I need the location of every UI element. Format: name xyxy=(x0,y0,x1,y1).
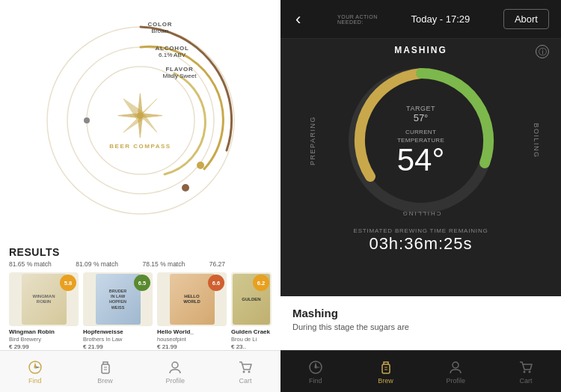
nav-brew-label-left: Brew xyxy=(97,377,113,385)
match-row: 81.65 % match 81.09 % match 78.15 % matc… xyxy=(9,260,272,268)
estimated-label: ESTIMATED BREWING TIME REMAINING xyxy=(354,227,488,234)
bottom-nav-right: Find Brew Profile xyxy=(280,350,561,392)
svg-point-30 xyxy=(314,366,316,368)
info-card-text: During this stage the sugars are xyxy=(292,322,549,333)
nav-cart-right[interactable]: Cart xyxy=(491,351,561,392)
match-item-2: 81.09 % match xyxy=(76,260,138,268)
match-item-4: 76.27 xyxy=(209,260,272,268)
svg-point-14 xyxy=(138,112,144,118)
nav-brew-right[interactable]: Brew xyxy=(351,351,421,392)
nav-profile-label-left: Profile xyxy=(166,377,186,385)
svg-point-24 xyxy=(248,370,251,373)
action-needed-label: YOUR ACTION NEEDED: xyxy=(337,14,378,25)
back-button[interactable]: ‹ xyxy=(292,7,304,32)
beer-name-2: Hopfenweisse xyxy=(83,328,153,336)
nav-find-label-right: Find xyxy=(309,377,322,385)
nav-profile-label-right: Profile xyxy=(447,377,466,385)
compass-star-icon xyxy=(116,91,165,140)
beer-name-1: Wingman Robin xyxy=(9,328,79,336)
gauge-container: CHILLING TARGET 57° CURRENT TEMPERATURE … xyxy=(339,58,503,223)
cart-icon-left xyxy=(237,359,254,376)
info-card-title: Mashing xyxy=(292,307,549,319)
beer-price-1: € 29.99 xyxy=(9,343,79,350)
gauge-wrapper: PREPARING BOILING CHILLING xyxy=(280,58,561,223)
svg-point-23 xyxy=(243,370,245,373)
beer-brewery-4: Brou de Li xyxy=(231,336,272,343)
abort-button[interactable]: Abort xyxy=(503,9,549,29)
compass-center: BEER COMPASS xyxy=(109,91,171,150)
compass-icon-right xyxy=(307,359,324,376)
svg-text:CHILLING: CHILLING xyxy=(401,210,441,217)
beer-img-1: WINGMANROBIN 5.8 xyxy=(9,272,79,326)
match-item-1: 81.65 % match xyxy=(9,260,71,268)
svg-rect-19 xyxy=(102,364,109,373)
gauge-center-content: TARGET 57° CURRENT TEMPERATURE 54° xyxy=(397,105,445,176)
target-value: 57° xyxy=(397,112,445,123)
beer-badge-2: 6.5 xyxy=(134,275,150,291)
estimated-section: ESTIMATED BREWING TIME REMAINING 03h:36m… xyxy=(354,223,488,257)
beer-cards: WINGMANROBIN 5.8 Wingman Robin Bird Brew… xyxy=(9,272,272,350)
nav-profile-right[interactable]: Profile xyxy=(421,351,491,392)
svg-rect-31 xyxy=(382,364,390,373)
brew-main: MASHING ⓘ PREPARING BOILING xyxy=(280,39,561,296)
cart-icon-right xyxy=(518,359,534,376)
right-panel: ‹ YOUR ACTION NEEDED: Today - 17:29 Abor… xyxy=(280,0,561,392)
estimated-time: 03h:36m:25s xyxy=(354,234,488,254)
flavor-label: FLAVOR Mildly Sweet xyxy=(163,66,197,79)
svg-point-36 xyxy=(529,370,531,373)
svg-point-5 xyxy=(84,117,90,123)
match-item-3: 78.15 % match xyxy=(143,260,205,268)
current-temperature: 54° xyxy=(397,145,445,177)
nav-cart-label-left: Cart xyxy=(239,377,252,385)
beer-card-1[interactable]: WINGMANROBIN 5.8 Wingman Robin Bird Brew… xyxy=(9,272,79,350)
brew-icon-right xyxy=(378,359,394,376)
nav-find-right[interactable]: Find xyxy=(280,351,351,392)
beer-card-3[interactable]: HELLOWORLD 6.6 Hello World_ houseofpint … xyxy=(157,272,227,350)
color-label: COLOR Brown xyxy=(148,21,173,34)
nav-brew-left[interactable]: Brew xyxy=(70,351,141,392)
beer-img-3: HELLOWORLD 6.6 xyxy=(157,272,227,326)
svg-point-4 xyxy=(197,162,204,169)
nav-find-label-left: Find xyxy=(28,377,42,385)
results-section: RESULTS 81.65 % match 81.09 % match 78.1… xyxy=(0,240,280,350)
beer-brewery-3: houseofpint xyxy=(157,336,227,343)
nav-find-left[interactable]: Find xyxy=(0,351,70,392)
info-icon[interactable]: ⓘ xyxy=(536,45,549,58)
svg-point-3 xyxy=(182,184,189,192)
beer-badge-1: 5.8 xyxy=(60,275,76,291)
beer-brewery-1: Bird Brewery xyxy=(9,336,79,343)
beer-price-2: € 21.99 xyxy=(83,343,153,350)
nav-profile-left[interactable]: Profile xyxy=(141,351,211,392)
bottom-nav-left: Find Brew Profile xyxy=(0,350,280,392)
profile-icon-right xyxy=(447,359,464,376)
compass-area: COLOR Brown ALCOHOL 6.1% ABV FLAVOR Mild… xyxy=(0,0,280,240)
preparing-label: PREPARING xyxy=(304,116,318,165)
time-display: Today - 17:29 xyxy=(411,13,470,25)
beer-img-2: BRUDERIN LAWHOPFENWEISS 6.5 xyxy=(83,272,153,326)
beer-card-4[interactable]: GULDEN 6.2 Gulden Craek Brou de Li € 23.… xyxy=(231,272,272,350)
nav-cart-label-right: Cart xyxy=(520,377,533,385)
beer-card-2[interactable]: BRUDERIN LAWHOPFENWEISS 6.5 Hopfenweisse… xyxy=(83,272,153,350)
left-panel: COLOR Brown ALCOHOL 6.1% ABV FLAVOR Mild… xyxy=(0,0,280,392)
beer-img-4: GULDEN 6.2 xyxy=(231,272,272,326)
profile-icon-left xyxy=(167,359,183,376)
beer-name-4: Gulden Craek xyxy=(231,328,272,336)
brew-icon-left xyxy=(97,359,114,376)
info-card[interactable]: Mashing During this stage the sugars are xyxy=(280,296,561,350)
beer-name-3: Hello World_ xyxy=(157,328,227,336)
svg-point-35 xyxy=(524,370,526,373)
nav-cart-left[interactable]: Cart xyxy=(210,351,280,392)
beer-brewery-2: Brothers In Law xyxy=(83,336,153,343)
right-header: ‹ YOUR ACTION NEEDED: Today - 17:29 Abor… xyxy=(280,0,561,39)
results-title: RESULTS xyxy=(9,246,272,258)
boiling-label: BOILING xyxy=(530,123,544,158)
beer-badge-3: 6.6 xyxy=(208,275,224,291)
mashing-title: MASHING xyxy=(394,45,447,55)
beer-price-3: € 21.99 xyxy=(157,343,227,350)
compass-icon xyxy=(27,359,43,376)
svg-point-22 xyxy=(172,362,178,368)
alcohol-label: ALCOHOL 6.1% ABV xyxy=(156,45,189,58)
target-label: TARGET xyxy=(397,105,445,112)
beer-price-4: € 23.. xyxy=(231,343,272,350)
action-info: YOUR ACTION NEEDED: xyxy=(337,14,378,25)
